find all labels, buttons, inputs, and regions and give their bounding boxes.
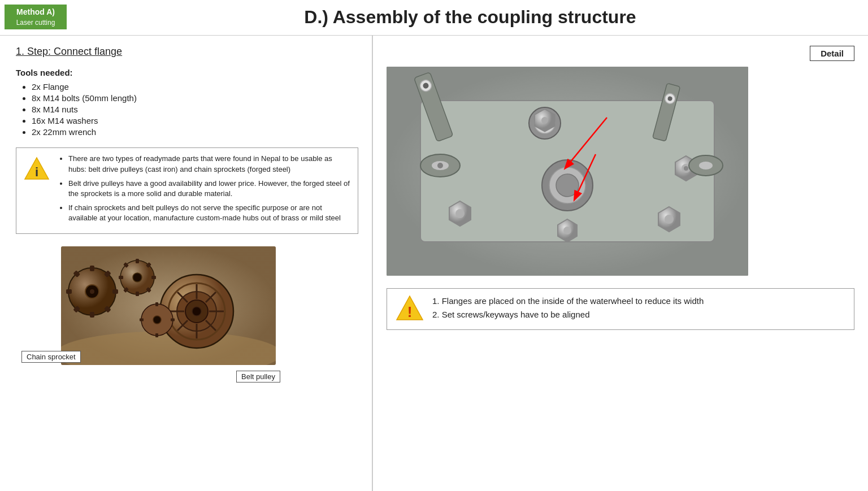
- header: Method A) Laser cutting D.) Assembly of …: [0, 0, 868, 36]
- assembly-image-svg: [387, 67, 748, 276]
- svg-rect-41: [155, 333, 158, 337]
- detail-badge-wrap: Detail: [387, 46, 854, 61]
- info-box: i There are two types of readymade parts…: [16, 147, 358, 233]
- detail-badge: Detail: [810, 46, 854, 61]
- list-item: Belt drive pulleys have a good availabil…: [68, 179, 351, 199]
- svg-point-44: [153, 316, 161, 324]
- page-title: D.) Assembly of the coupling structure: [84, 5, 857, 28]
- svg-rect-42: [171, 318, 175, 321]
- list-item: 8x M14 nuts: [32, 105, 358, 114]
- left-column: 1. Step: Connect flange Tools needed: 2x…: [0, 36, 373, 491]
- warning-text: 1. Flanges are placed on the inside of t…: [432, 294, 704, 321]
- svg-point-55: [541, 117, 548, 124]
- bottom-image-section: Chain sprocket Belt pulley: [16, 246, 358, 367]
- list-item: There are two types of readymade parts t…: [68, 154, 351, 174]
- parts-image: [61, 246, 276, 365]
- method-title: Method A): [10, 7, 61, 18]
- svg-point-75: [699, 162, 713, 170]
- page: Method A) Laser cutting D.) Assembly of …: [0, 0, 868, 491]
- svg-point-63: [665, 215, 674, 224]
- chain-sprocket-label: Chain sprocket: [21, 351, 81, 363]
- svg-rect-7: [90, 312, 94, 318]
- warning-box: ! 1. Flanges are placed on the inside of…: [387, 288, 854, 330]
- svg-point-65: [455, 209, 465, 218]
- svg-rect-9: [66, 289, 72, 294]
- list-item: If chain sprockets and belt pulleys do n…: [68, 203, 351, 223]
- list-item: 2x Flange: [32, 82, 358, 92]
- info-points-list: There are two types of readymade parts t…: [58, 154, 351, 227]
- svg-point-68: [556, 174, 579, 197]
- svg-text:!: !: [407, 303, 413, 320]
- main-content: 1. Step: Connect flange Tools needed: 2x…: [0, 36, 868, 491]
- parts-image-svg: [61, 246, 276, 365]
- tools-label: Tools needed:: [16, 68, 358, 77]
- svg-point-30: [192, 307, 201, 316]
- svg-rect-40: [155, 302, 158, 306]
- step-heading: 1. Step: Connect flange: [16, 46, 358, 58]
- svg-rect-20: [119, 276, 123, 279]
- svg-point-15: [90, 289, 94, 294]
- tools-list: 2x Flange 8x M14 bolts (50mm length) 8x …: [16, 82, 358, 138]
- svg-rect-8: [112, 289, 118, 294]
- method-badge: Method A) Laser cutting: [5, 5, 67, 29]
- svg-point-70: [563, 227, 571, 234]
- warning-icon-wrap: !: [395, 294, 424, 324]
- list-item: 16x M14 washers: [32, 116, 358, 125]
- svg-rect-19: [151, 276, 156, 279]
- svg-rect-18: [136, 292, 139, 296]
- svg-point-25: [133, 273, 142, 282]
- svg-rect-43: [140, 318, 144, 321]
- belt-pulley-label: Belt pulley: [236, 371, 280, 383]
- warning-triangle-icon: !: [395, 294, 424, 321]
- info-icon-wrap: i: [23, 154, 50, 227]
- svg-point-61: [684, 166, 688, 171]
- right-column: Detail: [373, 36, 868, 491]
- svg-rect-6: [90, 266, 94, 271]
- info-triangle-icon: i: [23, 156, 50, 181]
- method-sub: Laser cutting: [10, 18, 61, 28]
- svg-text:i: i: [35, 165, 38, 179]
- list-item: 8x M14 bolts (50mm length): [32, 93, 358, 103]
- svg-point-73: [437, 163, 443, 168]
- svg-rect-17: [136, 259, 139, 263]
- assembly-image: [387, 67, 748, 276]
- list-item: 2x 22mm wrench: [32, 127, 358, 137]
